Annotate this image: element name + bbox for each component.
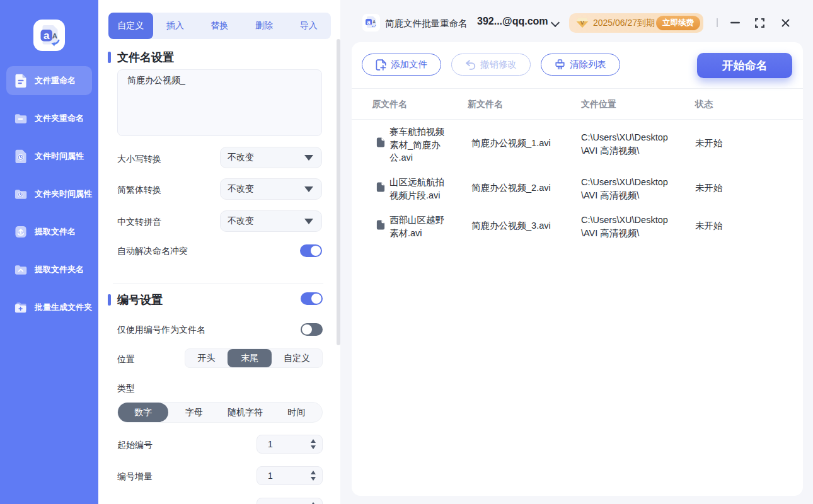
svg-text:a: a bbox=[43, 30, 50, 42]
svg-text:A: A bbox=[372, 20, 376, 24]
svg-text:A: A bbox=[52, 32, 57, 40]
svg-text:a: a bbox=[367, 19, 371, 26]
svg-text:v: v bbox=[580, 19, 584, 26]
